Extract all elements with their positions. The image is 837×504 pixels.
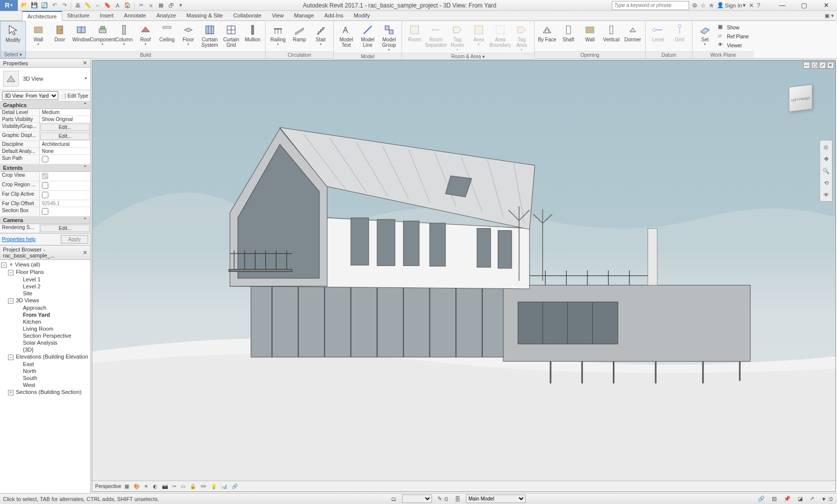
properties-help-link[interactable]: Properties help xyxy=(2,237,61,242)
constraint-icon[interactable]: 🔗 xyxy=(231,484,239,489)
close-button[interactable]: ✕ xyxy=(815,0,837,11)
wall-button[interactable]: Wall xyxy=(579,22,600,43)
modify-button[interactable]: Modify xyxy=(2,22,23,44)
reveal-icon[interactable]: 💡 xyxy=(210,484,218,489)
analytic-icon[interactable]: 📊 xyxy=(220,484,228,489)
tab-massing-site[interactable]: Massing & Site xyxy=(181,11,228,20)
exchange-icon[interactable]: ✕ xyxy=(749,2,754,9)
tab-view[interactable]: View xyxy=(267,11,289,20)
component-button[interactable]: Component xyxy=(92,22,113,47)
ceiling-button[interactable]: Ceiling xyxy=(156,22,177,43)
tree-south[interactable]: South xyxy=(1,375,89,381)
save-icon[interactable]: 💾 xyxy=(30,1,39,10)
model-line-button[interactable]: Model Line xyxy=(357,22,378,49)
design-options-select[interactable] xyxy=(402,495,432,503)
view-close-icon[interactable]: ✕ xyxy=(827,62,834,69)
signin-button[interactable]: 👤 Sign In ▾ xyxy=(717,2,746,8)
sun-path-icon[interactable]: ☀ xyxy=(143,484,149,489)
properties-close-icon[interactable]: ✕ xyxy=(83,60,87,66)
help-icon[interactable]: ? xyxy=(757,2,760,9)
tab-manage[interactable]: Manage xyxy=(289,11,319,20)
tree-elevations-building-elevation[interactable]: −Elevations (Building Elevation xyxy=(1,353,89,361)
viewcube[interactable]: LEFT FRONT xyxy=(781,85,821,125)
tree--3d-[interactable]: {3D} xyxy=(1,346,89,353)
drag-elements-icon[interactable]: ↗ xyxy=(808,496,816,502)
tree-west[interactable]: West xyxy=(1,381,89,388)
tree-level-1[interactable]: Level 1 xyxy=(1,276,89,283)
tree-north[interactable]: North xyxy=(1,368,89,375)
zoom-icon[interactable]: 🔍 xyxy=(822,166,831,175)
tab-structure[interactable]: Structure xyxy=(62,11,95,20)
vertical-button[interactable]: Vertical xyxy=(601,22,622,43)
select-links-icon[interactable]: 🔗 xyxy=(756,496,766,502)
measure-icon[interactable]: 📏 xyxy=(83,1,92,10)
door-button[interactable]: Door xyxy=(49,22,70,43)
shaft-button[interactable]: Shaft xyxy=(558,22,579,43)
section-extents[interactable]: Extents⌃ xyxy=(0,164,90,172)
set-workplane-button[interactable]: Set xyxy=(695,22,715,47)
tab-analyze[interactable]: Analyze xyxy=(151,11,181,20)
text-icon[interactable]: A xyxy=(113,1,122,10)
railing-button[interactable]: Railing xyxy=(268,22,288,47)
curtain-grid-button[interactable]: Curtain Grid xyxy=(221,22,242,49)
ramp-button[interactable]: Ramp xyxy=(289,22,310,43)
lock-icon[interactable]: 🔒 xyxy=(189,484,197,489)
checkbox-sun-path[interactable] xyxy=(42,156,48,162)
pan-icon[interactable]: ✥ xyxy=(822,154,831,163)
tab-annotate[interactable]: Annotate xyxy=(119,11,151,20)
checkbox-far-clip-active[interactable] xyxy=(42,192,48,198)
main-model-select[interactable]: Main Model xyxy=(466,495,526,503)
orbit-icon[interactable]: ⟲ xyxy=(822,178,831,187)
model-group-button[interactable]: Model Group xyxy=(379,22,400,53)
curtain-system-button[interactable]: Curtain System xyxy=(199,22,220,49)
redo-icon[interactable]: ↷ xyxy=(60,1,69,10)
switch-windows-icon[interactable]: 🗗 xyxy=(166,1,175,10)
select-face-icon[interactable]: ◪ xyxy=(796,496,804,502)
section-icon[interactable]: ✂ xyxy=(137,1,145,10)
tree--views-all-[interactable]: −⚬ Views (all) xyxy=(1,261,89,268)
viewer-button[interactable]: 👁Viewer xyxy=(717,41,751,50)
viewport-3d[interactable]: — ▢ ⤢ ✕ LEFT FRONT ◎ ✥ 🔍 ⟲ 👁 Perspective… xyxy=(92,60,836,492)
app-menu-button[interactable]: R xyxy=(0,0,18,11)
lookaround-icon[interactable]: 👁 xyxy=(822,190,831,199)
tree-sections-building-section-[interactable]: +Sections (Building Section) xyxy=(1,388,89,396)
communicate-icon[interactable]: ☆ xyxy=(700,2,706,9)
ref-plane-button[interactable]: ▱Ref Plane xyxy=(717,32,751,41)
select-panel-label[interactable]: Select ▾ xyxy=(0,51,25,58)
show-workplane-button[interactable]: ▦Show xyxy=(717,23,751,32)
view-restore-icon[interactable]: ▢ xyxy=(811,62,818,69)
type-selector[interactable]: 3D View xyxy=(0,68,90,90)
ribbon-display-icon[interactable]: ▣ ▾ xyxy=(822,11,837,20)
stair-button[interactable]: Stair xyxy=(310,22,331,47)
edit-type-button[interactable]: 📑 Edit Type xyxy=(60,93,88,99)
instance-selector[interactable]: 3D View: From Yard xyxy=(2,91,58,100)
by-face-button[interactable]: By Face xyxy=(537,22,558,43)
tree-site[interactable]: Site xyxy=(1,290,89,297)
shadows-icon[interactable]: ◐ xyxy=(152,484,158,489)
sync-icon[interactable]: 🔄 xyxy=(40,1,49,10)
tab-insert[interactable]: Insert xyxy=(95,11,119,20)
tree-solar-analysis[interactable]: Solar Analysis xyxy=(1,339,89,346)
tag-icon[interactable]: 🔖 xyxy=(103,1,112,10)
view-scale-label[interactable]: Perspective xyxy=(95,484,121,489)
rendering-icon[interactable]: 📷 xyxy=(161,484,169,489)
tab-architecture[interactable]: Architecture xyxy=(22,11,62,21)
view-maximize-icon[interactable]: ⤢ xyxy=(819,62,826,69)
project-browser-tree[interactable]: −⚬ Views (all)−Floor PlansLevel 1Level 2… xyxy=(0,260,90,493)
subscription-icon[interactable]: ⚙ xyxy=(692,2,698,9)
visual-style-icon[interactable]: 🎨 xyxy=(133,484,140,489)
dormer-button[interactable]: Dormer xyxy=(622,22,643,43)
minimize-button[interactable]: — xyxy=(771,0,793,11)
temp-hide-icon[interactable]: 👓 xyxy=(199,484,207,489)
tree-level-2[interactable]: Level 2 xyxy=(1,283,89,290)
tree-from-yard[interactable]: From Yard xyxy=(1,311,89,318)
customize-qat-icon[interactable]: ▾ xyxy=(176,1,185,10)
view-minimize-icon[interactable]: — xyxy=(803,62,810,69)
steering-wheel-icon[interactable]: ◎ xyxy=(822,142,831,151)
filter-icon[interactable]: ▼ :0 xyxy=(820,496,834,502)
print-icon[interactable]: 🖶 xyxy=(73,1,82,10)
maximize-button[interactable]: ▢ xyxy=(793,0,815,11)
search-input[interactable] xyxy=(612,1,689,10)
editable-only-icon[interactable]: ✎ :0 xyxy=(436,496,449,502)
tree-approach[interactable]: Approach xyxy=(1,304,89,311)
